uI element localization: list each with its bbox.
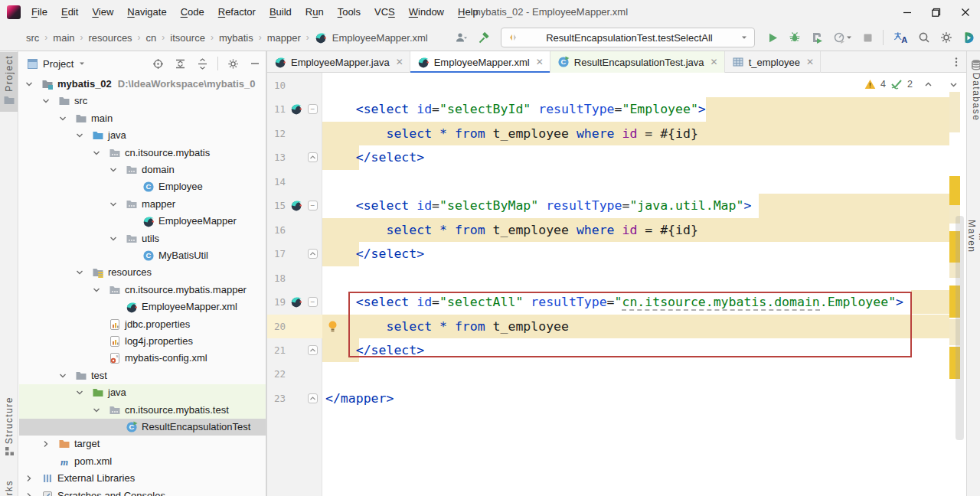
plugin-logo-icon[interactable]	[962, 31, 975, 44]
breadcrumb-item[interactable]: cn	[146, 32, 157, 44]
search-everywhere-icon[interactable]	[918, 31, 930, 44]
minimize-button[interactable]	[893, 0, 922, 24]
maximize-button[interactable]	[922, 0, 951, 24]
tab-employeemapper-xml[interactable]: EmployeeMapper.xml✕	[410, 51, 550, 73]
tree-item-resultencapsulationtest[interactable]: CResultEncapsulationTest	[19, 419, 266, 436]
tree-item-test[interactable]: test	[19, 367, 266, 384]
tree-item-mybatis-config-xml[interactable]: smybatis-config.xml	[19, 350, 266, 367]
translate-icon[interactable]: A	[893, 31, 908, 44]
tab-close-icon[interactable]: ✕	[396, 57, 403, 67]
tree-item-src[interactable]: src	[19, 93, 266, 109]
tree-item-cn-itsource-mybatis-mapper[interactable]: cn.itsource.mybatis.mapper	[19, 282, 266, 299]
tree-item-external-libraries[interactable]: External Libraries	[19, 470, 266, 487]
more-v-icon[interactable]	[951, 57, 962, 67]
tree-item-resources[interactable]: resources	[19, 264, 266, 281]
chevron-expanded-icon[interactable]	[74, 129, 86, 142]
collapse-all-button[interactable]	[197, 58, 208, 70]
fold-collapse-icon[interactable]: −	[308, 201, 318, 210]
breadcrumb-item[interactable]: src	[26, 32, 39, 44]
hide-panel-button[interactable]	[250, 58, 260, 69]
tree-item-cn-itsource-mybatis[interactable]: cn.itsource.mybatis	[19, 145, 266, 162]
build-hammer-icon[interactable]	[478, 31, 491, 44]
chevron-expanded-icon[interactable]	[107, 164, 119, 176]
fold-end-icon[interactable]	[308, 345, 318, 355]
chevron-expanded-icon[interactable]	[57, 113, 69, 125]
chevron-expanded-icon[interactable]	[107, 198, 119, 210]
tool-stripe-database[interactable]: Database	[967, 54, 980, 124]
profiler-button[interactable]	[833, 31, 845, 44]
chevron-collapsed-icon[interactable]	[23, 490, 35, 496]
tree-item-log4j-properties[interactable]: log4j.properties	[19, 333, 266, 350]
tool-stripe-structure[interactable]: Structure	[0, 393, 18, 462]
tree-item-scratches-and-consoles[interactable]: Scratches and Consoles	[19, 488, 266, 496]
breadcrumb-item[interactable]: itsource	[170, 32, 205, 44]
chevron-collapsed-icon[interactable]	[40, 438, 52, 450]
tool-stripe-bookmarks[interactable]: Bookmarks	[0, 477, 18, 496]
chevron-down-icon[interactable]	[78, 60, 86, 67]
tree-item-java[interactable]: java	[19, 384, 266, 401]
breadcrumb-item[interactable]: resources	[89, 32, 132, 44]
tree-item-mybatisutil[interactable]: CMyBatisUtil	[19, 247, 266, 264]
debug-button[interactable]	[789, 31, 801, 44]
tree-item-mybatis-02[interactable]: mybatis_02D:\IdeaWorkspace\mybatis_0	[19, 76, 266, 93]
user-avatar-icon[interactable]	[455, 31, 468, 44]
menu-run[interactable]: Run	[299, 0, 331, 24]
chevron-expanded-icon[interactable]	[107, 233, 119, 245]
breadcrumb-item[interactable]: main	[53, 32, 74, 44]
chevron-expanded-icon[interactable]	[90, 147, 103, 159]
panel-settings-button[interactable]	[227, 58, 239, 70]
tree-item-utils[interactable]: utils	[19, 230, 266, 247]
tree-item-main[interactable]: main	[19, 110, 266, 127]
fold-collapse-icon[interactable]: −	[308, 297, 318, 307]
prev-problem-icon[interactable]	[923, 80, 933, 90]
locate-button[interactable]	[152, 58, 164, 70]
chevron-expanded-icon[interactable]	[23, 78, 35, 90]
menu-view[interactable]: View	[85, 0, 120, 24]
chevron-expanded-icon[interactable]	[90, 284, 103, 296]
tree-item-employeemapper-xml[interactable]: EmployeeMapper.xml	[19, 299, 266, 315]
menu-code[interactable]: Code	[174, 0, 211, 24]
chevron-expanded-icon[interactable]	[90, 404, 103, 416]
run-button[interactable]	[767, 32, 779, 44]
breadcrumb-file[interactable]: EmployeeMapper.xml	[332, 32, 428, 44]
tree-item-target[interactable]: target	[19, 436, 266, 452]
next-problem-icon[interactable]	[949, 80, 959, 90]
fold-end-icon[interactable]	[308, 249, 318, 259]
breadcrumb-item[interactable]: mapper	[267, 32, 301, 44]
coverage-button[interactable]	[811, 31, 823, 44]
tool-stripe-maven[interactable]: mMaven	[967, 217, 980, 256]
tree-item-cn-itsource-mybatis-test[interactable]: cn.itsource.mybatis.test	[19, 402, 266, 419]
tab-t-employee[interactable]: t_employee✕	[725, 51, 821, 73]
chevron-expanded-icon[interactable]	[57, 370, 69, 382]
tree-item-mapper[interactable]: mapper	[19, 196, 266, 213]
tree-item-java[interactable]: java	[19, 127, 266, 144]
inspections-widget[interactable]: 42	[864, 79, 959, 90]
tree-item-jdbc-properties[interactable]: jdbc.properties	[19, 316, 266, 333]
close-button[interactable]	[951, 0, 980, 24]
settings-gear-icon[interactable]	[940, 31, 952, 44]
menu-build[interactable]: Build	[263, 0, 299, 24]
breadcrumb-item[interactable]: mybatis	[219, 32, 253, 44]
tree-item-employee[interactable]: CEmployee	[19, 178, 266, 195]
chevron-expanded-icon[interactable]	[40, 95, 52, 107]
tree-item-domain[interactable]: domain	[19, 162, 266, 178]
tab-close-icon[interactable]: ✕	[710, 57, 718, 67]
fold-collapse-icon[interactable]: −	[308, 104, 318, 114]
hidden-tabs-button[interactable]	[951, 51, 962, 73]
menu-refactor[interactable]: Refactor	[211, 0, 263, 24]
menu-tools[interactable]: Tools	[331, 0, 368, 24]
menu-navigate[interactable]: Navigate	[120, 0, 173, 24]
expand-all-button[interactable]	[175, 58, 186, 70]
menu-edit[interactable]: Edit	[54, 0, 85, 24]
chevron-collapsed-icon[interactable]	[23, 472, 35, 485]
code-editor[interactable]: 1011− <select id="selectById" resultType…	[267, 73, 966, 496]
tree-item-employeemapper[interactable]: EmployeeMapper	[19, 213, 266, 230]
tab-close-icon[interactable]: ✕	[536, 57, 544, 67]
editor-scrollbar[interactable]	[956, 216, 964, 440]
fold-end-icon[interactable]	[308, 393, 318, 403]
tree-item-pom-xml[interactable]: mpom.xml	[19, 453, 266, 470]
chevron-down-icon[interactable]	[845, 34, 853, 41]
tool-stripe-project[interactable]: Project	[0, 52, 18, 112]
tab-close-icon[interactable]: ✕	[806, 57, 814, 67]
fold-end-icon[interactable]	[308, 152, 318, 162]
